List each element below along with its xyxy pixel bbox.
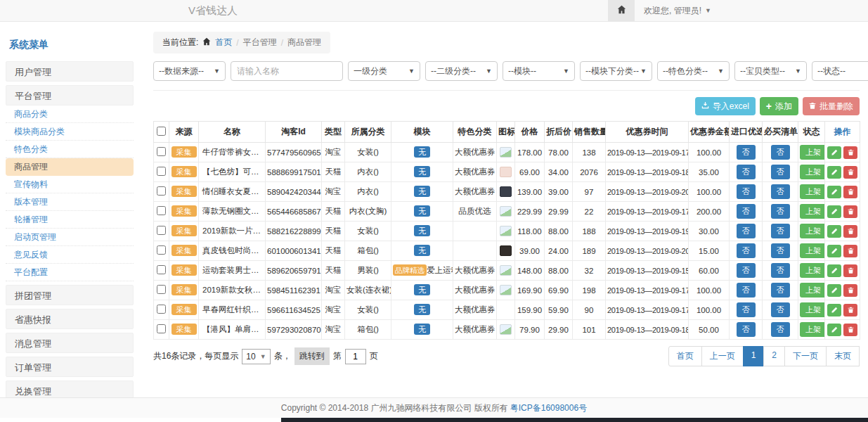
status-badge[interactable]: 上架 [800,184,825,199]
breadcrumb-home-link[interactable]: 首页 [215,37,232,49]
page-button[interactable]: 首页 [668,346,702,366]
sidebar-item[interactable]: 特色分类 [6,141,134,158]
filter-select[interactable]: 一级分类▼ [348,61,420,81]
import-select-toggle[interactable]: 否 [737,184,756,199]
sidebar-item[interactable]: 宣传物料 [6,176,134,193]
sidebar-item[interactable]: 轮播管理 [6,211,134,229]
home-button[interactable] [608,0,635,21]
status-badge[interactable]: 上架 [800,322,825,337]
status-badge[interactable]: 上架 [800,165,825,179]
delete-button[interactable] [843,146,857,159]
filter-select[interactable]: --特色分类--▼ [657,61,730,81]
edit-button[interactable] [827,284,841,297]
select-all-checkbox[interactable] [157,127,166,136]
row-checkbox[interactable] [157,285,166,294]
icp-link[interactable]: 粤ICP备16098006号 [510,402,587,414]
delete-button[interactable] [843,225,857,238]
row-checkbox[interactable] [157,324,166,333]
edit-button[interactable] [827,225,841,238]
delete-button[interactable] [843,205,857,218]
status-badge[interactable]: 上架 [800,302,825,317]
name-search-input[interactable] [231,61,343,81]
must-buy-toggle[interactable]: 否 [771,184,790,199]
sidebar-item[interactable]: 平台配置 [6,264,134,281]
status-badge[interactable]: 上架 [800,283,825,298]
must-buy-toggle[interactable]: 否 [771,165,790,179]
sidebar-item[interactable]: 版本管理 [6,193,134,211]
user-menu[interactable]: 欢迎您, 管理员! ▼ [644,5,711,17]
row-checkbox[interactable] [157,245,166,255]
filter-select[interactable]: --二级分类--▼ [425,61,498,81]
edit-button[interactable] [827,166,841,179]
import-excel-button[interactable]: 导入excel [695,97,756,115]
sidebar-item[interactable]: 消息管理 [6,333,134,353]
row-checkbox[interactable] [157,167,166,176]
import-select-toggle[interactable]: 否 [737,302,756,317]
filter-select[interactable]: --模块下分类--▼ [580,61,652,81]
sidebar-item[interactable]: 省惠快报 [6,309,134,329]
status-badge[interactable]: 上架 [800,145,825,160]
must-buy-toggle[interactable]: 否 [771,283,790,298]
status-badge[interactable]: 上架 [800,224,825,238]
sidebar-item[interactable]: 商品分类 [6,106,134,123]
delete-button[interactable] [843,324,857,336]
row-checkbox[interactable] [157,265,166,274]
page-button[interactable]: 下一页 [784,346,827,366]
delete-button[interactable] [843,186,857,198]
status-badge[interactable]: 上架 [800,263,825,278]
import-select-toggle[interactable]: 否 [737,145,756,160]
status-badge[interactable]: 上架 [800,243,825,258]
row-checkbox[interactable] [157,305,166,314]
sidebar-item[interactable]: 商品管理 [6,158,134,176]
sidebar-item[interactable]: 模块商品分类 [6,123,134,141]
delete-button[interactable] [843,284,857,297]
sidebar-item[interactable]: 拼团管理 [6,285,134,305]
jump-button[interactable]: 跳转到 [294,347,330,365]
must-buy-toggle[interactable]: 否 [771,224,790,238]
import-select-toggle[interactable]: 否 [737,243,756,258]
must-buy-toggle[interactable]: 否 [771,145,790,160]
delete-button[interactable] [843,245,857,257]
page-button[interactable]: 2 [763,346,785,366]
delete-button[interactable] [843,264,857,277]
delete-button[interactable] [843,166,857,179]
row-checkbox[interactable] [157,226,166,235]
sidebar-item[interactable]: 兑换管理 [6,381,134,398]
sidebar-item[interactable]: 启动页管理 [6,229,134,246]
edit-button[interactable] [827,186,841,198]
import-select-toggle[interactable]: 否 [737,165,756,179]
page-number-input[interactable] [345,349,366,364]
sidebar-item[interactable]: 意见反馈 [6,246,134,264]
import-select-toggle[interactable]: 否 [737,283,756,298]
page-button[interactable]: 上一页 [701,346,744,366]
import-select-toggle[interactable]: 否 [737,224,756,238]
edit-button[interactable] [827,245,841,257]
sidebar-item[interactable]: 用户管理 [6,61,134,82]
bulk-delete-button[interactable]: 批量删除 [803,97,860,115]
edit-button[interactable] [827,264,841,277]
import-select-toggle[interactable]: 否 [737,204,756,219]
status-badge[interactable]: 上架 [800,204,825,219]
edit-button[interactable] [827,146,841,159]
sidebar-item[interactable]: 订单管理 [6,357,134,377]
row-checkbox[interactable] [157,206,166,215]
must-buy-toggle[interactable]: 否 [771,322,790,337]
delete-button[interactable] [843,304,857,316]
sidebar-item[interactable]: 平台管理 [6,85,134,106]
edit-button[interactable] [827,324,841,336]
import-select-toggle[interactable]: 否 [737,322,756,337]
data-source-select[interactable]: --数据来源--▼ [153,61,226,81]
filter-select[interactable]: --模块--▼ [503,61,575,81]
page-button[interactable]: 1 [743,346,765,366]
edit-button[interactable] [827,304,841,316]
must-buy-toggle[interactable]: 否 [771,243,790,258]
row-checkbox[interactable] [157,186,166,196]
must-buy-toggle[interactable]: 否 [771,204,790,219]
row-checkbox[interactable] [157,147,166,156]
per-page-select[interactable]: 10▼ [242,349,270,364]
must-buy-toggle[interactable]: 否 [771,302,790,317]
add-button[interactable]: + 添加 [760,97,798,115]
filter-select[interactable]: --宝贝类型--▼ [734,61,807,81]
must-buy-toggle[interactable]: 否 [771,263,790,278]
filter-select[interactable]: --状态--▼ [812,61,868,81]
